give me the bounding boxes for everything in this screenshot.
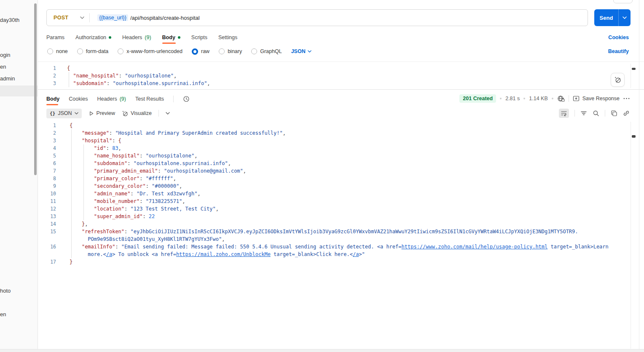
code-line: 3 "subdomain": "ourhospitalone.spurrinai…: [38, 80, 644, 87]
mode-raw[interactable]: raw: [192, 48, 209, 55]
line-number: 14: [38, 220, 61, 228]
mode-graphql[interactable]: GraphQL: [251, 48, 282, 54]
response-link[interactable]: https://mail.zoho.com/UnblockMe: [176, 251, 271, 257]
response-tab-headers[interactable]: Headers(9): [97, 96, 126, 102]
sidebar-item[interactable]: en: [0, 64, 6, 70]
radio-selected-icon: [192, 48, 198, 55]
sidebar-item[interactable]: en: [0, 311, 6, 318]
response-tabs: Body Cookies Headers(9) Test Results: [46, 93, 190, 104]
send-options-button[interactable]: [618, 9, 631, 26]
code-text: "subdomain": "ourhospitalone.spurrinai.i…: [61, 80, 210, 87]
line-number: 2: [38, 129, 61, 137]
indent-guide: [71, 129, 72, 258]
line-number: 5: [38, 152, 61, 160]
partial-top-button[interactable]: [613, 0, 633, 3]
request-body-editor[interactable]: 1{2 "name_hospital": "ourhospitalone",3 …: [38, 61, 644, 90]
code-text: "admin_name": "Dr. Test xd3zwvfgh",: [61, 190, 201, 197]
editor-scrollbar-thumb[interactable]: [632, 68, 636, 70]
preview-button[interactable]: Preview: [89, 110, 115, 116]
response-tab-body[interactable]: Body: [46, 96, 59, 102]
visualize-button[interactable]: Visualize: [122, 110, 152, 117]
line-number: 1: [38, 122, 61, 129]
tab-body[interactable]: Body: [162, 35, 180, 40]
code-line: 16 "emailInfo": "Email sending failed: M…: [38, 243, 636, 251]
url-input[interactable]: {{base_url}} /api/hospitals/create-hospi…: [97, 14, 199, 21]
line-number: 10: [38, 190, 61, 197]
chevron-down-icon: [75, 112, 78, 115]
line-number: 15: [38, 228, 61, 235]
code-text: "message": "Hospital and Primary SuperAd…: [61, 129, 286, 137]
response-scrollbar-track[interactable]: [631, 122, 636, 349]
code-line: 5 "name_hospital": "ourhospitalone",: [38, 152, 636, 160]
sidebar-item[interactable]: ogin: [0, 52, 11, 59]
response-link[interactable]: https://www.zoho.com/mail/help/usage-pol…: [402, 244, 548, 250]
line-number: 7: [38, 167, 61, 175]
sidebar-item[interactable]: hoto: [0, 288, 11, 294]
active-tab-underline: [46, 104, 58, 105]
format-select[interactable]: {} JSON: [46, 109, 82, 118]
divider: [605, 110, 605, 117]
mode-form-data[interactable]: form-data: [77, 48, 109, 54]
active-tab-underline: [162, 43, 176, 44]
sidebar-selected-row[interactable]: [0, 85, 38, 96]
response-tab-test-results[interactable]: Test Results: [135, 96, 164, 102]
tab-settings[interactable]: Settings: [218, 35, 237, 40]
response-link[interactable]: /a: [106, 251, 112, 257]
code-line: 1{: [38, 64, 644, 72]
beautify-link[interactable]: Beautify: [608, 48, 629, 54]
divider: [574, 110, 575, 117]
line-number: 1: [38, 64, 61, 72]
tab-authorization[interactable]: Authorization: [75, 35, 111, 40]
copy-link-button[interactable]: [623, 110, 630, 117]
url-variable-chip[interactable]: {{base_url}}: [97, 14, 128, 21]
code-text: "super_admin_id": 22: [61, 213, 155, 220]
code-text: POm9e9SBsct8iQ2aO01tyu_XyH8Kl1RTW7gYUYx3…: [61, 235, 225, 243]
wand-sparkle-icon: [122, 110, 128, 117]
wrap-text-icon: [561, 110, 567, 117]
save-response-button[interactable]: Save Response: [573, 95, 620, 102]
sidebar-item[interactable]: admin: [0, 75, 15, 82]
request-code-lines: 1{2 "name_hospital": "ourhospitalone",3 …: [38, 64, 644, 87]
wrap-text-button[interactable]: [559, 109, 569, 118]
more-actions-icon[interactable]: [623, 98, 630, 99]
wand-sparkle-icon: [614, 76, 621, 83]
copy-button[interactable]: [611, 110, 617, 117]
chevron-down-icon[interactable]: [166, 112, 170, 115]
code-line: 3 "hospital": {: [38, 137, 636, 144]
send-button[interactable]: Send: [594, 9, 618, 26]
divider: [89, 13, 90, 22]
response-link[interactable]: /a: [353, 251, 359, 257]
tab-scripts[interactable]: Scripts: [191, 35, 207, 40]
line-number: 9: [38, 182, 61, 190]
sidebar-item[interactable]: day30th: [0, 17, 19, 24]
tab-headers[interactable]: Headers(9): [122, 35, 151, 40]
code-text: }: [61, 258, 72, 266]
code-line: 14 },: [38, 220, 636, 228]
response-tab-cookies[interactable]: Cookies: [69, 96, 88, 102]
tab-params[interactable]: Params: [46, 35, 64, 40]
code-text: "hospital": {: [61, 137, 121, 144]
mode-x-www-form-urlencoded[interactable]: x-www-form-urlencoded: [118, 48, 182, 54]
globe-lock-icon[interactable]: [557, 95, 565, 102]
response-size: 1.14 KB: [529, 96, 547, 101]
indent-guide: [69, 72, 69, 87]
search-button[interactable]: [593, 110, 599, 117]
mode-none[interactable]: none: [47, 48, 68, 54]
sidebar-scrollbar[interactable]: [34, 3, 37, 175]
response-body-viewer[interactable]: 1{2 "message": "Hospital and Primary Sup…: [38, 122, 636, 266]
mode-binary[interactable]: binary: [219, 48, 242, 54]
code-line: 13 "super_admin_id": 22: [38, 213, 636, 220]
line-number: [38, 235, 61, 243]
divider: [158, 110, 159, 117]
line-number: 13: [38, 213, 61, 220]
editor-scrollbar-track[interactable]: [631, 64, 636, 88]
method-dropdown[interactable]: POST: [47, 15, 89, 21]
code-text: "primary_admin_email": "ourhospitalone@g…: [61, 167, 246, 175]
filter-button[interactable]: [580, 110, 587, 117]
history-clock-icon[interactable]: [183, 96, 190, 102]
language-select[interactable]: JSON: [291, 48, 311, 54]
cookies-link[interactable]: Cookies: [608, 35, 629, 40]
postbot-button[interactable]: [611, 73, 625, 87]
line-number: 2: [38, 72, 61, 80]
response-scrollbar-thumb[interactable]: [632, 135, 636, 138]
